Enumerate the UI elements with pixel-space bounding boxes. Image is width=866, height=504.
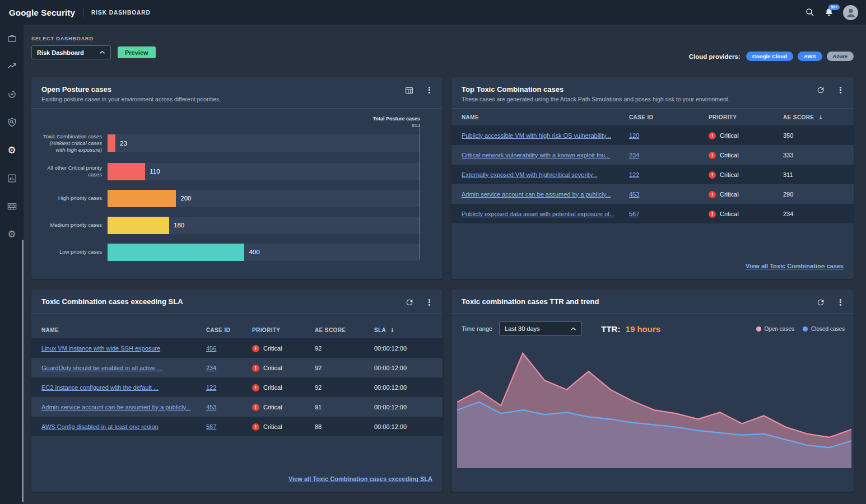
col-header-case-id[interactable]: CASE ID (206, 327, 252, 333)
cloud-provider-pills: Google CloudAWSAzure (746, 52, 854, 61)
case-id-link[interactable]: 122 (206, 384, 216, 391)
cell-sla: 00:00:12:00 (374, 404, 432, 410)
table-row[interactable]: Publicly accessible VM with high risk OS… (451, 125, 854, 145)
card-menu-button[interactable]: ⋮ (836, 297, 845, 307)
table-row[interactable]: Linux VM instance with wide SSH exposure… (31, 338, 443, 358)
case-name-link[interactable]: Publicly exposed data asset with potenti… (462, 211, 614, 217)
sidebar-item-dashboards[interactable]: ⚙ (6, 144, 17, 156)
cell-sla: 00:00:12:00 (374, 384, 432, 391)
case-id-link[interactable]: 234 (206, 365, 216, 371)
cell-ae_score: 91 (315, 404, 374, 410)
time-range-dropdown[interactable]: Last 30 days (499, 321, 582, 336)
case-name-link[interactable]: Critical network vulnerability with a kn… (462, 152, 610, 158)
bar-fill (108, 190, 176, 207)
cell-ae_score: 311 (783, 171, 844, 178)
view-all-sla-link[interactable]: View all Toxic Combination cases exceedi… (288, 475, 432, 482)
card-menu-button[interactable]: ⋮ (836, 85, 845, 95)
col-header-name[interactable]: NAME (462, 114, 629, 120)
cell-case_id: 234 (206, 365, 252, 371)
cell-ae_score: 88 (315, 423, 374, 430)
col-header-sla[interactable]: SLA ↓ (374, 327, 432, 333)
case-id-link[interactable]: 234 (629, 152, 639, 158)
priority-label: Critical (720, 211, 739, 217)
sidebar-item-threats[interactable] (6, 88, 17, 100)
notifications-button[interactable]: 99+ (824, 7, 834, 17)
avatar[interactable] (843, 5, 858, 20)
case-name-link[interactable]: Linux VM instance with wide SSH exposure (41, 345, 160, 352)
posture-bar-rows: Toxic Combination cases (Riskiest critic… (40, 133, 420, 261)
case-name-link[interactable]: AWS Config disabled in at least one regi… (41, 423, 159, 430)
provider-pill-azure[interactable]: Azure (827, 52, 854, 61)
topbar: Google Security RISK DASHBOARD 99+ (0, 0, 866, 25)
card-titles: Open Posture cases Existing posture case… (41, 85, 221, 102)
scrollbar-thumb[interactable] (22, 240, 24, 502)
priority-cell: !Critical (252, 384, 282, 391)
table-row[interactable]: AWS Config disabled in at least one regi… (31, 417, 443, 436)
case-name-link[interactable]: GuardDuty should be enabled in all activ… (41, 365, 162, 371)
card-menu-button[interactable]: ⋮ (425, 297, 434, 307)
case-id-link[interactable]: 456 (206, 345, 216, 352)
total-reference-line (420, 128, 420, 259)
bar-row: Medium priority cases180 (40, 217, 420, 234)
case-id-link[interactable]: 453 (629, 191, 639, 198)
col-header-ae-score[interactable]: AE SCORE ↓ (783, 114, 844, 120)
sidebar-item-firewall[interactable] (6, 200, 17, 212)
bar-fill (108, 163, 145, 180)
cell-priority: !Critical (709, 190, 783, 198)
provider-pill-aws[interactable]: AWS (798, 52, 822, 61)
col-header-priority[interactable]: PRIORITY (252, 327, 315, 333)
table-view-button[interactable] (404, 86, 414, 95)
refresh-button[interactable] (405, 298, 414, 307)
priority-cell: !Critical (709, 152, 739, 159)
case-name-link[interactable]: EC2 instance configured with the default… (41, 384, 159, 391)
table-row[interactable]: EC2 instance configured with the default… (31, 377, 443, 397)
sidebar-item-trends[interactable] (6, 60, 17, 72)
refresh-button[interactable] (816, 298, 825, 307)
table-row[interactable]: Admin service account can be assumed by … (451, 184, 854, 204)
view-all-toxic-link[interactable]: View all Toxic Combination cases (746, 263, 844, 269)
table-row[interactable]: Critical network vulnerability with a kn… (451, 145, 854, 165)
refresh-icon (816, 86, 825, 95)
sidebar-item-settings[interactable]: ⚙ (6, 228, 17, 240)
sidebar: ⚙ ⚙ (0, 25, 24, 504)
table-row[interactable]: GuardDuty should be enabled in all activ… (31, 358, 443, 377)
bar-fill (108, 217, 169, 234)
table-row[interactable]: Admin service account can be assumed by … (31, 397, 443, 417)
col-header-case-id[interactable]: CASE ID (629, 114, 709, 120)
critical-icon: ! (709, 132, 716, 139)
case-id-link[interactable]: 120 (629, 132, 639, 139)
case-id-link[interactable]: 453 (206, 404, 216, 410)
refresh-icon (816, 298, 825, 307)
col-header-name[interactable]: NAME (41, 327, 206, 333)
case-name-link[interactable]: Admin service account can be assumed by … (462, 191, 611, 198)
table-row[interactable]: Externally exposed VM with high/critical… (451, 165, 854, 184)
sidebar-item-posture[interactable] (6, 116, 17, 128)
case-name-link[interactable]: Externally exposed VM with high/critical… (462, 171, 598, 178)
case-id-link[interactable]: 122 (629, 171, 639, 178)
sidebar-item-reports[interactable] (6, 172, 17, 184)
bar-row: Low priority cases400 (40, 244, 420, 261)
card-menu-button[interactable]: ⋮ (425, 85, 434, 95)
refresh-button[interactable] (816, 86, 825, 95)
card-ttr-trend: Toxic combination cases TTR and trend ⋮ … (451, 290, 854, 492)
cell-case_id: 456 (206, 345, 252, 352)
card-footer: View all Toxic Combination cases exceedi… (31, 466, 443, 492)
priority-label: Critical (263, 345, 282, 352)
card-header: Open Posture cases Existing posture case… (31, 77, 443, 109)
cell-name: EC2 instance configured with the default… (41, 384, 206, 391)
table-row[interactable]: Publicly exposed data asset with potenti… (451, 204, 854, 223)
col-header-ae-score[interactable]: AE SCORE (315, 327, 374, 333)
case-id-link[interactable]: 567 (206, 423, 216, 430)
legend-label: Open cases (765, 326, 794, 332)
case-name-link[interactable]: Admin service account can be assumed by … (41, 404, 190, 410)
sidebar-item-cases[interactable] (6, 32, 17, 44)
cell-priority: !Critical (252, 403, 315, 411)
legend-item: Open cases (756, 326, 794, 332)
case-id-link[interactable]: 567 (629, 211, 639, 217)
search-button[interactable] (805, 7, 815, 17)
dashboard-dropdown[interactable]: Risk Dashboard (31, 45, 111, 59)
provider-pill-google-cloud[interactable]: Google Cloud (746, 52, 793, 61)
col-header-priority[interactable]: PRIORITY (709, 114, 783, 120)
preview-button[interactable]: Preview (118, 46, 156, 58)
case-name-link[interactable]: Publicly accessible VM with high risk OS… (462, 132, 611, 139)
